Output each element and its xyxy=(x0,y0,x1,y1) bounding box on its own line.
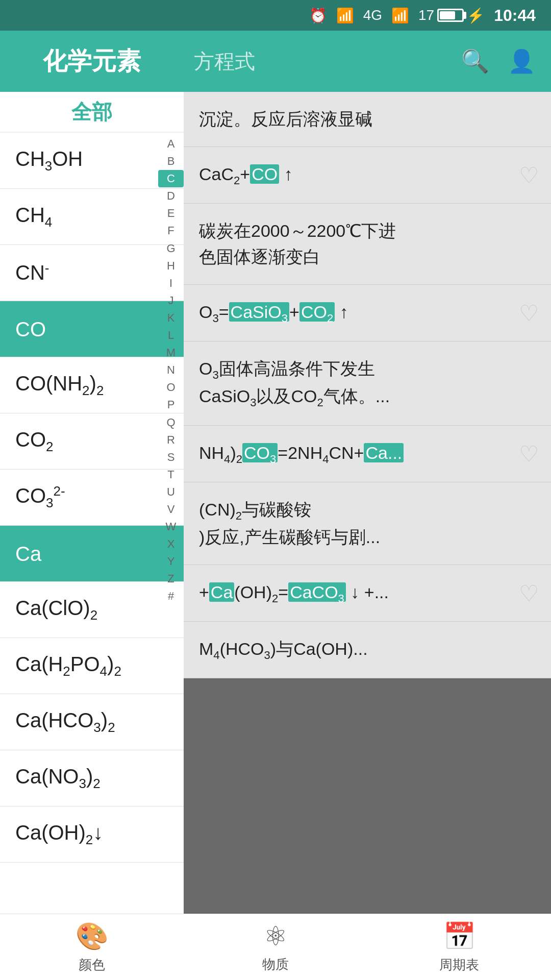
alpha-X[interactable]: X xyxy=(158,535,184,553)
content-item-1: 沉淀。反应后溶液显碱 xyxy=(184,92,551,147)
alpha-J[interactable]: J xyxy=(158,292,184,309)
alpha-Y[interactable]: Y xyxy=(158,553,184,570)
app-header: 化学元素 方程式 🔍 👤 xyxy=(0,31,551,92)
signal-icon: 📶 xyxy=(391,7,409,24)
battery-level: 17 xyxy=(418,7,434,23)
sidebar-item-conh22[interactable]: CO(NH2)2 xyxy=(0,357,184,413)
sidebar-item-ca[interactable]: Ca xyxy=(0,526,184,582)
alpha-I[interactable]: I xyxy=(158,275,184,292)
colors-icon: 🎨 xyxy=(76,921,109,952)
highlight-co2: CO2 xyxy=(299,302,335,322)
alpha-F[interactable]: F xyxy=(158,222,184,239)
sidebar-list: CH3OH CH4 CN- CO CO(NH2)2 CO2 CO32- Ca xyxy=(0,133,184,980)
sidebar-item-co32-[interactable]: CO32- xyxy=(0,470,184,526)
sidebar-item-cahco32[interactable]: Ca(HCO3)2 xyxy=(0,694,184,750)
alpha-Z[interactable]: Z xyxy=(158,570,184,587)
alpha-D[interactable]: D xyxy=(158,187,184,205)
sidebar-item-co[interactable]: CO xyxy=(0,301,184,357)
alpha-N[interactable]: N xyxy=(158,361,184,379)
alpha-U[interactable]: U xyxy=(158,483,184,501)
alpha-B[interactable]: B xyxy=(158,153,184,170)
alpha-L[interactable]: L xyxy=(158,327,184,344)
formula-conh22: CO(NH2)2 xyxy=(15,371,104,399)
network-icon: 4G xyxy=(363,7,382,23)
sidebar-item-cn-[interactable]: CN- xyxy=(0,245,184,301)
item1-text: 沉淀。反应后溶液显碱 xyxy=(199,106,536,132)
sidebar-item-caoh[interactable]: Ca(OH)2↓ xyxy=(0,806,184,863)
highlight-caco3: CaCO3 xyxy=(288,582,346,602)
content-item-4: O3=CaSiO3+CO2 ↑ ♡ xyxy=(184,285,551,341)
content-item-5: O3固体高温条件下发生 CaSiO3以及CO2气体。... xyxy=(184,341,551,426)
sidebar-item-cano32[interactable]: Ca(NO3)2 xyxy=(0,750,184,806)
highlight-casio3: CaSiO3 xyxy=(229,302,289,322)
alpha-T[interactable]: T xyxy=(158,466,184,483)
header-left: 化学元素 xyxy=(0,45,184,78)
sidebar-item-caclo2[interactable]: Ca(ClO)2 xyxy=(0,582,184,638)
sub-header[interactable]: 全部 xyxy=(0,92,184,133)
item3-text: 碳炭在2000～2200℃下进色固体逐渐变白 xyxy=(199,218,536,270)
formula-caclo2: Ca(ClO)2 xyxy=(15,596,97,623)
highlight-co3: CO3 xyxy=(242,443,278,462)
highlight-co: CO xyxy=(250,164,279,184)
heart-icon-4[interactable]: ♡ xyxy=(519,300,539,326)
content-item-3: 碳炭在2000～2200℃下进色固体逐渐变白 xyxy=(184,204,551,285)
formula-cah2po42: Ca(H2PO4)2 xyxy=(15,652,121,679)
header-icons: 🔍 👤 xyxy=(461,48,536,75)
alpha-W[interactable]: W xyxy=(158,518,184,535)
search-icon[interactable]: 🔍 xyxy=(461,48,489,75)
content-item-2: CaC2+CO ↑ ♡ xyxy=(184,147,551,204)
sidebar-item-cah2po42[interactable]: Ca(H2PO4)2 xyxy=(0,638,184,694)
content-list: 沉淀。反应后溶液显碱 CaC2+CO ↑ ♡ 碳炭在2000～2200℃下进色固… xyxy=(184,92,551,678)
alpha-hash[interactable]: # xyxy=(158,587,184,605)
alpha-E[interactable]: E xyxy=(158,205,184,222)
heart-icon-8[interactable]: ♡ xyxy=(519,580,539,606)
alpha-Q[interactable]: Q xyxy=(158,414,184,431)
alpha-M[interactable]: M xyxy=(158,344,184,361)
matter-label: 物质 xyxy=(262,955,289,973)
alpha-R[interactable]: R xyxy=(158,431,184,449)
charging-icon: ⚡ xyxy=(467,7,485,24)
sidebar-item-ch3oh[interactable]: CH3OH xyxy=(0,133,184,189)
sidebar-item-co2[interactable]: CO2 xyxy=(0,413,184,470)
app-title: 化学元素 xyxy=(43,45,141,78)
item9-text: M4(HCO3)与Ca(OH)... xyxy=(199,636,536,664)
alpha-V[interactable]: V xyxy=(158,501,184,518)
content-item-9: M4(HCO3)与Ca(OH)... xyxy=(184,622,551,678)
heart-icon-2[interactable]: ♡ xyxy=(519,162,539,188)
alpha-O[interactable]: O xyxy=(158,379,184,396)
bottom-nav: 🎨 颜色 ⚛ 物质 📅 周期表 xyxy=(0,914,551,980)
formula-ca: Ca xyxy=(15,542,41,566)
user-icon[interactable]: 👤 xyxy=(508,48,536,75)
formula-caoh: Ca(OH)2↓ xyxy=(15,820,103,848)
alpha-A[interactable]: A xyxy=(158,135,184,153)
alpha-H[interactable]: H xyxy=(158,257,184,275)
heart-icon-6[interactable]: ♡ xyxy=(519,440,539,467)
right-content: 沉淀。反应后溶液显碱 CaC2+CO ↑ ♡ 碳炭在2000～2200℃下进色固… xyxy=(184,92,551,980)
matter-icon: ⚛ xyxy=(264,921,288,951)
formula-co2: CO2 xyxy=(15,427,53,455)
alarm-icon: ⏰ xyxy=(309,7,327,24)
highlight-ca: Ca... xyxy=(364,443,404,462)
nav-item-matter[interactable]: ⚛ 物质 xyxy=(184,921,367,973)
alpha-S[interactable]: S xyxy=(158,449,184,466)
periodic-icon: 📅 xyxy=(443,921,476,952)
sidebar-item-ch4[interactable]: CH4 xyxy=(0,189,184,245)
content-item-8: +Ca(OH)2=CaCO3 ↓ +... ♡ xyxy=(184,565,551,622)
item7-text: (CN)2与碳酸铵 )反应,产生碳酸钙与剧... xyxy=(199,497,536,550)
item4-text: O3=CaSiO3+CO2 ↑ xyxy=(199,299,510,327)
alpha-P[interactable]: P xyxy=(158,396,184,413)
nav-item-periodic[interactable]: 📅 周期表 xyxy=(367,921,551,974)
wifi-icon: 📶 xyxy=(336,7,354,24)
nav-item-colors[interactable]: 🎨 颜色 xyxy=(0,921,184,974)
content-item-6: NH4)2CO3=2NH4CN+Ca... ♡ xyxy=(184,426,551,482)
item5-text: O3固体高温条件下发生 CaSiO3以及CO2气体。... xyxy=(199,356,536,411)
formula-co: CO xyxy=(15,317,46,341)
alpha-C[interactable]: C xyxy=(158,170,184,187)
tab-equations[interactable]: 方程式 xyxy=(194,47,255,76)
all-label: 全部 xyxy=(71,98,112,126)
alpha-K[interactable]: K xyxy=(158,309,184,327)
alpha-G[interactable]: G xyxy=(158,240,184,257)
item6-text: NH4)2CO3=2NH4CN+Ca... xyxy=(199,440,510,468)
formula-cn-: CN- xyxy=(15,260,49,285)
colors-label: 颜色 xyxy=(79,956,105,974)
